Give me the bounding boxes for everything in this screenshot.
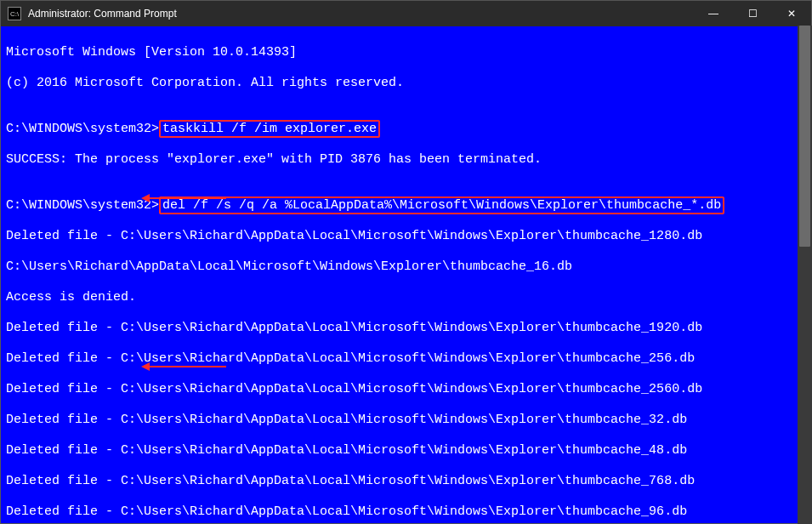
scrollbar-thumb[interactable] [799, 26, 810, 247]
output-line: Deleted file - C:\Users\Richard\AppData\… [6, 321, 806, 336]
cmd-icon: C:\ [8, 7, 21, 20]
annotation-arrowhead-icon [141, 362, 150, 371]
output-line: Deleted file - C:\Users\Richard\AppData\… [6, 443, 806, 458]
output-line: Microsoft Windows [Version 10.0.14393] [6, 45, 806, 60]
output-line: Deleted file - C:\Users\Richard\AppData\… [6, 504, 806, 520]
minimize-button[interactable]: — [694, 1, 733, 26]
output-line: Deleted file - C:\Users\Richard\AppData\… [6, 382, 806, 397]
titlebar[interactable]: C:\ Administrator: Command Prompt — ☐ ✕ [1, 1, 811, 26]
window-title: Administrator: Command Prompt [26, 8, 694, 20]
annotation-arrowhead-icon [141, 194, 150, 202]
output-line: Deleted file - C:\Users\Richard\AppData\… [6, 474, 806, 489]
vertical-scrollbar[interactable] [798, 26, 812, 524]
terminal-output[interactable]: Microsoft Windows [Version 10.0.14393] (… [1, 26, 811, 523]
output-line: Deleted file - C:\Users\Richard\AppData\… [6, 229, 806, 244]
highlighted-command: taskkill /f /im explorer.exe [159, 120, 380, 138]
prompt-line: C:\WINDOWS\system32>del /f /s /q /a %Loc… [6, 198, 806, 214]
output-line: Deleted file - C:\Users\Richard\AppData\… [6, 351, 806, 367]
prompt-text: C:\WINDOWS\system32> [6, 122, 159, 136]
output-line: SUCCESS: The process "explorer.exe" with… [6, 152, 806, 168]
output-line: Deleted file - C:\Users\Richard\AppData\… [6, 413, 806, 428]
output-line: C:\Users\Richard\AppData\Local\Microsoft… [6, 259, 806, 275]
output-line: Access is denied. [6, 290, 806, 305]
annotation-arrow-icon [150, 366, 226, 367]
prompt-text: C:\WINDOWS\system32> [6, 198, 159, 213]
annotation-arrow-icon [150, 197, 226, 199]
prompt-line: C:\WINDOWS\system32>taskkill /f /im expl… [6, 122, 806, 137]
output-line: (c) 2016 Microsoft Corporation. All righ… [6, 76, 806, 91]
maximize-button[interactable]: ☐ [733, 1, 772, 26]
command-prompt-window: C:\ Administrator: Command Prompt — ☐ ✕ … [0, 0, 812, 524]
highlighted-command: del /f /s /q /a %LocalAppData%\Microsoft… [159, 196, 724, 214]
close-button[interactable]: ✕ [772, 1, 811, 26]
